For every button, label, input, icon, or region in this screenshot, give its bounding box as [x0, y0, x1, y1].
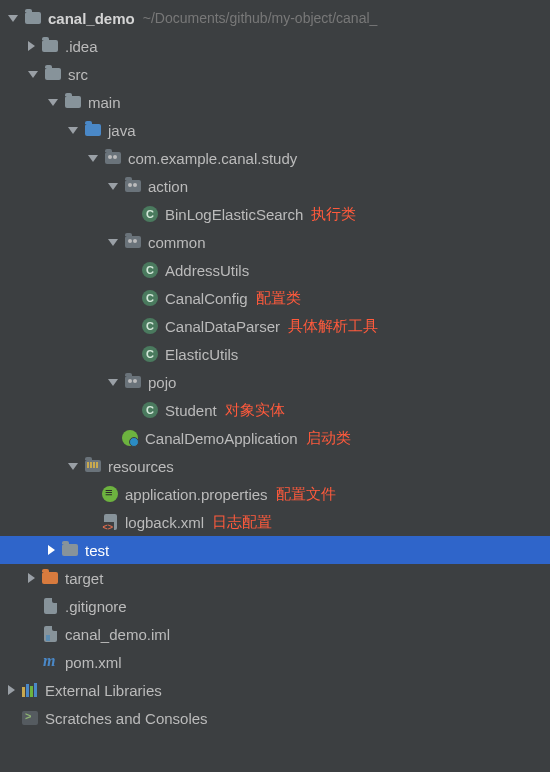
tree-row[interactable]: pojo [0, 368, 550, 396]
arrow-spacer [108, 433, 115, 443]
arrow-spacer [28, 629, 35, 639]
expand-arrow-down-icon[interactable] [68, 463, 78, 470]
tree-row[interactable]: Scratches and Consoles [0, 704, 550, 732]
tree-row[interactable]: CanalDemoApplication启动类 [0, 424, 550, 452]
expand-arrow-down-icon[interactable] [48, 99, 58, 106]
tree-item-label: canal_demo [48, 10, 135, 27]
tree-row[interactable]: CCanalDataParser具体解析工具 [0, 312, 550, 340]
iml-icon [41, 625, 59, 643]
tree-item-label: resources [108, 458, 174, 475]
tree-item-label: Student [165, 402, 217, 419]
tree-row[interactable]: logback.xml日志配置 [0, 508, 550, 536]
expand-arrow-right-icon[interactable] [8, 685, 15, 695]
tree-row[interactable]: src [0, 60, 550, 88]
tree-item-label: ElasticUtils [165, 346, 238, 363]
pkg-icon [124, 177, 142, 195]
tree-row[interactable]: action [0, 172, 550, 200]
expand-arrow-down-icon[interactable] [108, 183, 118, 190]
expand-arrow-right-icon[interactable] [28, 41, 35, 51]
tree-row[interactable]: main [0, 88, 550, 116]
tree-row[interactable]: .idea [0, 32, 550, 60]
tree-row[interactable]: resources [0, 452, 550, 480]
arrow-spacer [8, 713, 15, 723]
tree-item-label: target [65, 570, 103, 587]
arrow-spacer [88, 517, 95, 527]
tree-row[interactable]: CStudent对象实体 [0, 396, 550, 424]
tree-row[interactable]: application.properties配置文件 [0, 480, 550, 508]
tree-item-label: canal_demo.iml [65, 626, 170, 643]
scratch-icon [21, 709, 39, 727]
expand-arrow-down-icon[interactable] [88, 155, 98, 162]
tree-item-label: External Libraries [45, 682, 162, 699]
tree-row[interactable]: CCanalConfig配置类 [0, 284, 550, 312]
expand-arrow-right-icon[interactable] [28, 573, 35, 583]
lib-icon [21, 681, 39, 699]
tree-item-label: application.properties [125, 486, 268, 503]
tree-item-path: ~/Documents/github/my-object/canal_ [143, 10, 378, 26]
class-icon: C [141, 289, 159, 307]
tree-item-label: common [148, 234, 206, 251]
expand-arrow-right-icon[interactable] [48, 545, 55, 555]
arrow-spacer [128, 265, 135, 275]
class-icon: C [141, 317, 159, 335]
tree-row[interactable]: CAddressUtils [0, 256, 550, 284]
class-icon: C [141, 345, 159, 363]
folder-icon [24, 9, 42, 27]
tree-row[interactable]: CElasticUtils [0, 340, 550, 368]
tree-item-annotation: 启动类 [306, 429, 351, 448]
tree-row[interactable]: test [0, 536, 550, 564]
tree-item-label: CanalDataParser [165, 318, 280, 335]
folder-orange-icon [41, 569, 59, 587]
expand-arrow-down-icon[interactable] [108, 239, 118, 246]
tree-row[interactable]: canal_demo~/Documents/github/my-object/c… [0, 4, 550, 32]
arrow-spacer [128, 405, 135, 415]
tree-item-annotation: 配置类 [256, 289, 301, 308]
tree-item-annotation: 执行类 [311, 205, 356, 224]
tree-item-label: CanalDemoApplication [145, 430, 298, 447]
tree-row[interactable]: External Libraries [0, 676, 550, 704]
tree-row[interactable]: com.example.canal.study [0, 144, 550, 172]
pkg-icon [104, 149, 122, 167]
class-icon: C [141, 401, 159, 419]
expand-arrow-down-icon[interactable] [28, 71, 38, 78]
tree-item-label: CanalConfig [165, 290, 248, 307]
class-icon: C [141, 205, 159, 223]
arrow-spacer [128, 293, 135, 303]
arrow-spacer [128, 349, 135, 359]
arrow-spacer [128, 321, 135, 331]
folder-icon [61, 541, 79, 559]
tree-row[interactable]: CBinLogElasticSearch执行类 [0, 200, 550, 228]
expand-arrow-down-icon[interactable] [8, 15, 18, 22]
xml-icon [101, 513, 119, 531]
tree-item-annotation: 对象实体 [225, 401, 285, 420]
tree-item-label: pojo [148, 374, 176, 391]
tree-item-annotation: 配置文件 [276, 485, 336, 504]
project-tree[interactable]: canal_demo~/Documents/github/my-object/c… [0, 0, 550, 732]
tree-item-label: .idea [65, 38, 98, 55]
folder-blue-icon [84, 121, 102, 139]
tree-row[interactable]: canal_demo.iml [0, 620, 550, 648]
tree-item-label: test [85, 542, 109, 559]
tree-row[interactable]: target [0, 564, 550, 592]
tree-row[interactable]: .gitignore [0, 592, 550, 620]
arrow-spacer [28, 657, 35, 667]
tree-item-label: action [148, 178, 188, 195]
folder-icon [64, 93, 82, 111]
tree-item-label: pom.xml [65, 654, 122, 671]
tree-row[interactable]: common [0, 228, 550, 256]
arrow-spacer [128, 209, 135, 219]
maven-icon: m [41, 653, 59, 671]
prop-icon [101, 485, 119, 503]
expand-arrow-down-icon[interactable] [108, 379, 118, 386]
tree-item-label: java [108, 122, 136, 139]
tree-row[interactable]: mpom.xml [0, 648, 550, 676]
file-icon [41, 597, 59, 615]
expand-arrow-down-icon[interactable] [68, 127, 78, 134]
tree-item-annotation: 具体解析工具 [288, 317, 378, 336]
tree-item-annotation: 日志配置 [212, 513, 272, 532]
class-icon: C [141, 261, 159, 279]
tree-item-label: BinLogElasticSearch [165, 206, 303, 223]
arrow-spacer [88, 489, 95, 499]
tree-item-label: src [68, 66, 88, 83]
tree-row[interactable]: java [0, 116, 550, 144]
